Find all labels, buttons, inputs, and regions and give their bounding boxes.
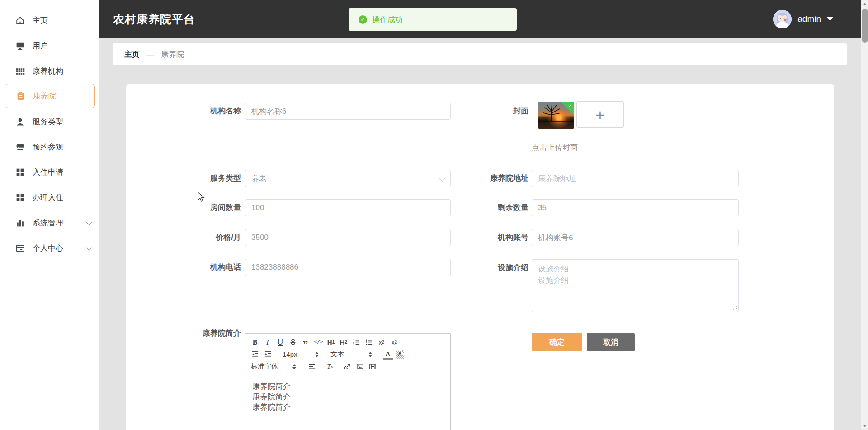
chevron-down-icon bbox=[86, 219, 92, 225]
text-style-select[interactable]: 文本 bbox=[330, 350, 373, 359]
visit-icon bbox=[15, 142, 25, 152]
caret-down-icon bbox=[827, 17, 833, 21]
cancel-button[interactable]: 取消 bbox=[587, 333, 635, 351]
header1-button[interactable]: H1 bbox=[326, 337, 336, 347]
rooms-value: 100 bbox=[251, 203, 264, 212]
account-value: 机构账号6 bbox=[538, 233, 573, 243]
org-name-value: 机构名称6 bbox=[251, 106, 286, 117]
font-size-value: 14px bbox=[283, 351, 297, 358]
remaining-label: 剩余数量 bbox=[397, 199, 528, 216]
sidebar-item-profile[interactable]: 个人中心 bbox=[0, 235, 99, 261]
blockquote-button[interactable]: ❞ bbox=[301, 337, 311, 347]
text-color-button[interactable]: A bbox=[383, 350, 393, 360]
monitor-icon bbox=[15, 41, 25, 51]
cover-image[interactable]: ✓ bbox=[538, 102, 574, 129]
account-label: 机构账号 bbox=[397, 229, 528, 246]
top-header: 农村康养院平台 ✓ 操作成功 admin bbox=[99, 0, 868, 38]
sidebar-item-visits[interactable]: 预约参观 bbox=[0, 134, 99, 159]
cover-upload-button[interactable]: + bbox=[576, 101, 624, 128]
chevron-down-icon bbox=[86, 244, 92, 250]
sidebar-item-checkin-handle[interactable]: 办理入住 bbox=[0, 185, 99, 210]
editor-toolbar: B I U S ❞ </> H1 H2 123 x2 x2 bbox=[245, 333, 451, 375]
video-button[interactable] bbox=[368, 362, 377, 372]
sidebar-item-institutions[interactable]: 康养机构 bbox=[0, 58, 99, 84]
strikethrough-button[interactable]: S bbox=[288, 337, 298, 347]
facilities-placeholder-line: 设施介绍 bbox=[538, 275, 732, 286]
updown-icon bbox=[315, 352, 319, 357]
user-menu[interactable]: admin bbox=[773, 0, 833, 38]
squares-icon bbox=[15, 193, 25, 202]
code-block-button[interactable]: </> bbox=[313, 337, 323, 347]
header2-button[interactable]: H2 bbox=[339, 337, 349, 347]
link-button[interactable] bbox=[342, 362, 352, 372]
service-type-value: 养老 bbox=[251, 173, 267, 184]
person-icon bbox=[15, 117, 25, 126]
check-icon: ✓ bbox=[568, 103, 572, 109]
sidebar-item-label: 主页 bbox=[33, 15, 48, 26]
address-input[interactable]: 康养院地址 bbox=[532, 170, 739, 187]
indent-button[interactable] bbox=[263, 350, 273, 360]
superscript-button[interactable]: x2 bbox=[389, 337, 399, 347]
org-name-label: 机构名称 bbox=[126, 103, 241, 120]
vertical-scrollbar[interactable] bbox=[861, 0, 868, 430]
subscript-button[interactable]: x2 bbox=[377, 337, 387, 347]
card-icon bbox=[15, 243, 25, 253]
sidebar-item-nursing-home[interactable]: 康养院 bbox=[5, 84, 95, 108]
scroll-up-arrow-icon[interactable] bbox=[863, 3, 867, 5]
editor-content[interactable]: 康养院简介 康养院简介 康养院简介 bbox=[245, 375, 451, 430]
breadcrumb-separator: — bbox=[146, 50, 154, 59]
background-color-button[interactable]: A bbox=[396, 350, 404, 359]
facilities-label: 设施介绍 bbox=[397, 259, 528, 276]
toast-message: 操作成功 bbox=[372, 14, 403, 25]
sidebar-item-label: 服务类型 bbox=[33, 117, 63, 127]
align-button[interactable] bbox=[307, 362, 317, 372]
svg-text:3: 3 bbox=[353, 343, 354, 346]
remaining-input[interactable]: 35 bbox=[532, 199, 739, 216]
sidebar-item-label: 康养院 bbox=[33, 91, 56, 101]
ordered-list-button[interactable]: 123 bbox=[351, 337, 361, 347]
underline-button[interactable]: U bbox=[275, 337, 285, 347]
account-input[interactable]: 机构账号6 bbox=[532, 229, 739, 246]
sidebar: 主页 用户 康养机构 康养院 bbox=[0, 0, 99, 430]
rooms-label: 房间数量 bbox=[126, 199, 241, 216]
sidebar-item-label: 个人中心 bbox=[33, 243, 63, 253]
resize-handle[interactable] bbox=[732, 306, 737, 311]
squares-icon bbox=[15, 168, 25, 177]
scroll-down-arrow-icon[interactable] bbox=[863, 425, 867, 427]
bullet-list-button[interactable] bbox=[364, 337, 374, 347]
address-label: 康养院地址 bbox=[397, 170, 528, 187]
sidebar-item-label: 办理入住 bbox=[33, 192, 63, 203]
sidebar-item-label: 康养机构 bbox=[33, 66, 63, 76]
intro-label: 康养院简介 bbox=[126, 329, 241, 338]
sidebar-item-home[interactable]: 主页 bbox=[0, 8, 99, 33]
facilities-placeholder-line: 设施介绍 bbox=[538, 263, 732, 275]
editor-line: 康养院简介 bbox=[252, 402, 443, 412]
facilities-textarea[interactable]: 设施介绍 设施介绍 bbox=[532, 259, 739, 312]
home-icon bbox=[15, 16, 25, 25]
price-value: 3500 bbox=[251, 233, 269, 242]
sidebar-item-service-types[interactable]: 服务类型 bbox=[0, 109, 99, 134]
breadcrumb-current: 康养院 bbox=[161, 49, 184, 60]
italic-button[interactable]: I bbox=[263, 337, 273, 347]
sidebar-item-users[interactable]: 用户 bbox=[0, 33, 99, 58]
breadcrumb-home[interactable]: 主页 bbox=[124, 49, 140, 60]
phone-value: 13823888886 bbox=[251, 263, 298, 272]
sidebar-item-system[interactable]: 系统管理 bbox=[0, 210, 99, 235]
page-title: 农村康养院平台 bbox=[113, 0, 195, 38]
bold-button[interactable]: B bbox=[250, 337, 260, 347]
font-family-value: 标准字体 bbox=[251, 362, 278, 371]
scrollbar-thumb[interactable] bbox=[862, 9, 868, 43]
bar-chart-icon bbox=[15, 218, 25, 228]
font-family-select[interactable]: 标准字体 bbox=[250, 362, 297, 371]
sidebar-item-checkin-apply[interactable]: 入住申请 bbox=[0, 159, 99, 185]
confirm-button[interactable]: 确定 bbox=[532, 333, 582, 351]
sidebar-item-label: 系统管理 bbox=[33, 218, 63, 228]
outdent-button[interactable] bbox=[250, 350, 260, 360]
clean-format-button[interactable]: Tx bbox=[325, 362, 335, 372]
font-size-select[interactable]: 14px bbox=[282, 351, 320, 358]
upload-hint: 点击上传封面 bbox=[532, 142, 578, 153]
form-card: 机构名称 机构名称6 封面 ✓ + 点击上传封面 服务类型 养老 康养院地址 康… bbox=[126, 84, 834, 430]
grid-icon bbox=[15, 66, 25, 76]
image-button[interactable] bbox=[355, 362, 365, 372]
success-toast: ✓ 操作成功 bbox=[349, 8, 517, 31]
